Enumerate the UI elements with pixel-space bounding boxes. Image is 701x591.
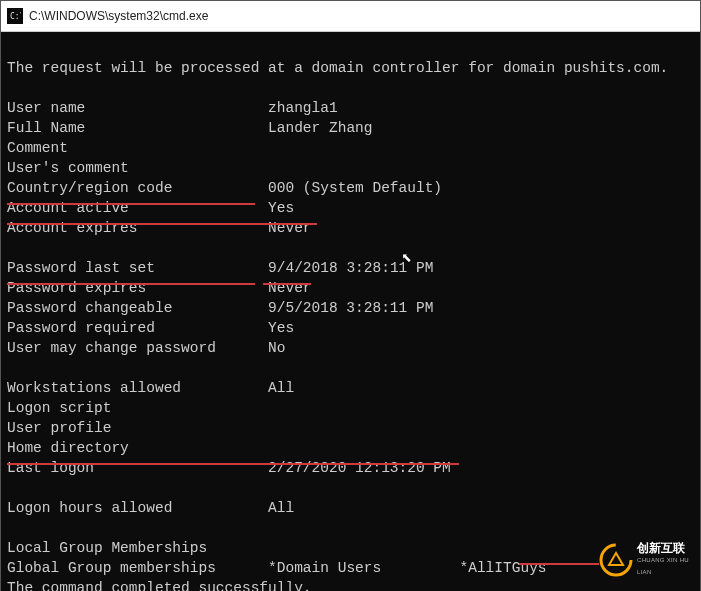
row-country: Country/region code 000 (System Default) <box>7 180 442 196</box>
watermark-brand: 创新互联 <box>637 542 694 554</box>
row-users-comment: User's comment <box>7 160 268 176</box>
highlight-underline <box>519 563 599 565</box>
row-logon-script: Logon script <box>7 400 268 416</box>
watermark-sub: CHUANG XIN HU LIAN <box>637 554 694 578</box>
row-home-dir: Home directory <box>7 440 268 456</box>
highlight-underline <box>263 283 311 285</box>
terminal-output[interactable]: The request will be processed at a domai… <box>1 32 700 591</box>
titlebar[interactable]: C:\ C:\WINDOWS\system32\cmd.exe <box>1 1 700 32</box>
highlight-underline <box>7 203 255 205</box>
cmd-icon: C:\ <box>7 8 23 24</box>
row-user-profile: User profile <box>7 420 268 436</box>
row-pw-last-set: Password last set 9/4/2018 3:28:11 PM <box>7 260 433 276</box>
highlight-underline <box>7 283 255 285</box>
svg-text:C:\: C:\ <box>10 12 21 21</box>
row-logon-hours: Logon hours allowed All <box>7 500 294 516</box>
row-comment: Comment <box>7 140 268 156</box>
row-user-may-change: User may change password No <box>7 340 285 356</box>
row-global-groups: Global Group memberships *Domain Users *… <box>7 560 547 576</box>
header-line: The request will be processed at a domai… <box>7 60 668 76</box>
watermark-logo: 创新互联 CHUANG XIN HU LIAN <box>599 540 694 580</box>
highlight-underline <box>7 223 317 225</box>
highlight-underline <box>7 463 459 465</box>
svg-point-2 <box>601 545 631 575</box>
footer-line: The command completed successfully. <box>7 580 312 591</box>
row-pw-required: Password required Yes <box>7 320 294 336</box>
row-pw-changeable: Password changeable 9/5/2018 3:28:11 PM <box>7 300 433 316</box>
window-title: C:\WINDOWS\system32\cmd.exe <box>29 9 208 23</box>
cmd-window: C:\ C:\WINDOWS\system32\cmd.exe The requ… <box>0 0 701 591</box>
row-full-name: Full Name Lander Zhang <box>7 120 372 136</box>
watermark-icon <box>599 543 633 577</box>
row-user-name: User name zhangla1 <box>7 100 338 116</box>
row-workstations: Workstations allowed All <box>7 380 294 396</box>
row-local-groups: Local Group Memberships <box>7 540 268 556</box>
